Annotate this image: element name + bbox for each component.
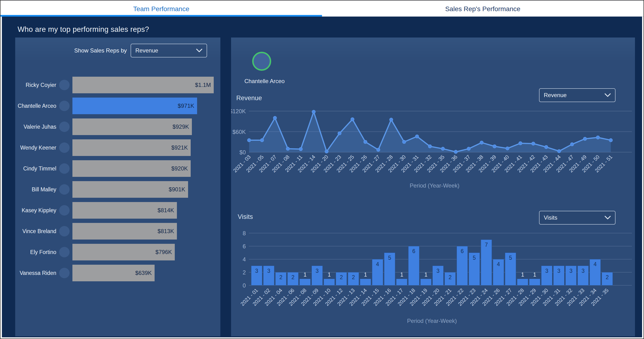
rep-row[interactable]: Vanessa Riden$639K (15, 262, 220, 284)
rep-avatar[interactable] (59, 184, 70, 195)
rep-value-label: $1.1M (195, 82, 211, 88)
bar-value-label: 1 (328, 272, 331, 278)
revenue-data-point[interactable] (583, 137, 586, 140)
top-reps-panel: Show Sales Reps by Revenue Ricky Coyier$… (15, 38, 220, 336)
rep-value-bar[interactable]: $639K (72, 265, 154, 281)
rep-row[interactable]: Valerie Juhas$929K (15, 116, 220, 137)
bar-value-label: 5 (473, 255, 476, 261)
rep-avatar[interactable] (59, 268, 70, 278)
revenue-data-point[interactable] (596, 136, 600, 139)
rep-avatar[interactable] (59, 247, 70, 257)
rep-value-bar[interactable]: $971K (72, 98, 197, 114)
revenue-data-point[interactable] (286, 147, 290, 150)
rep-avatar[interactable] (59, 122, 70, 132)
bar-value-label: 3 (316, 268, 319, 274)
visits-bar[interactable] (529, 279, 540, 286)
rep-name: Vanessa Riden (15, 270, 59, 276)
rep-row[interactable]: Ely Fortino$796K (15, 242, 220, 262)
rep-detail-panel: Chantelle Arceo Revenue Revenue $120K$60… (231, 38, 635, 336)
rep-avatar[interactable] (59, 101, 70, 111)
revenue-data-point[interactable] (299, 148, 302, 151)
rep-value-label: $920K (172, 165, 188, 172)
rep-row[interactable]: Bill Malley$901K (15, 179, 220, 200)
revenue-data-point[interactable] (480, 141, 483, 144)
rep-value-label: $971K (178, 102, 194, 109)
visits-bar[interactable] (420, 279, 432, 286)
rep-avatar[interactable] (59, 80, 70, 90)
visits-bar[interactable] (300, 279, 310, 286)
revenue-data-point[interactable] (248, 139, 251, 142)
bar-value-label: 1 (533, 272, 536, 278)
selected-rep-name: Chantelle Arceo (244, 78, 284, 84)
rep-value-bar[interactable]: $901K (72, 181, 188, 198)
visits-bar[interactable] (396, 279, 407, 286)
bar-value-label: 6 (412, 248, 415, 254)
revenue-data-point[interactable] (506, 147, 509, 150)
revenue-data-point[interactable] (558, 150, 561, 153)
tab-team-performance[interactable]: Team Performance (0, 1, 322, 16)
revenue-data-point[interactable] (351, 118, 354, 121)
revenue-data-point[interactable] (609, 139, 612, 142)
rep-value-bar[interactable]: $796K (72, 244, 175, 260)
revenue-data-point[interactable] (518, 142, 522, 145)
rep-value-bar[interactable]: $921K (72, 139, 191, 156)
visits-metric-dropdown[interactable]: Visits (539, 211, 616, 224)
revenue-data-point[interactable] (570, 143, 574, 146)
revenue-data-point[interactable] (532, 142, 535, 145)
revenue-data-point[interactable] (454, 150, 457, 154)
selected-rep-avatar[interactable] (252, 52, 271, 71)
bar-value-label: 4 (497, 261, 500, 267)
chevron-down-icon (604, 93, 611, 97)
revenue-data-point[interactable] (338, 132, 341, 135)
rep-value-bar[interactable]: $814K (72, 202, 177, 219)
rep-value-bar[interactable]: $929K (72, 118, 192, 135)
revenue-data-point[interactable] (467, 147, 470, 150)
visits-bar[interactable] (360, 279, 371, 286)
revenue-data-point[interactable] (325, 150, 328, 153)
rep-value-bar[interactable]: $1.1M (72, 77, 214, 93)
revenue-data-point[interactable] (312, 110, 315, 114)
revenue-data-point[interactable] (390, 118, 393, 121)
tab-sales-rep-performance[interactable]: Sales Rep's Performance (322, 1, 644, 16)
rep-row[interactable]: Cindy Timmel$920K (15, 158, 220, 179)
revenue-data-point[interactable] (428, 144, 432, 148)
rep-avatar[interactable] (59, 205, 70, 216)
bar-value-label: 3 (268, 268, 270, 274)
revenue-data-point[interactable] (364, 140, 367, 144)
rep-name: Vince Breland (15, 228, 59, 234)
rep-row[interactable]: Chantelle Arceo$971K (15, 96, 220, 116)
revenue-data-point[interactable] (544, 145, 548, 148)
visits-bar[interactable] (324, 279, 334, 286)
show-reps-by-dropdown[interactable]: Revenue (130, 44, 207, 58)
rep-avatar[interactable] (59, 163, 70, 174)
rep-avatar[interactable] (59, 226, 70, 236)
rep-row[interactable]: Wendy Keener$921K (15, 137, 220, 158)
bar-value-label: 1 (364, 272, 367, 278)
revenue-data-point[interactable] (493, 144, 496, 148)
bar-value-label: 4 (594, 261, 597, 267)
rep-name: Ely Fortino (15, 249, 59, 256)
rep-value-bar[interactable]: $813K (72, 223, 177, 240)
revenue-data-point[interactable] (402, 140, 406, 144)
revenue-section-title: Revenue (236, 94, 262, 102)
rep-avatar[interactable] (59, 142, 70, 153)
visits-bar[interactable] (517, 279, 528, 286)
y-axis-tick-label: $60K (232, 129, 246, 135)
rep-row[interactable]: Ricky Coyier$1.1M (15, 74, 220, 96)
revenue-data-point[interactable] (441, 147, 444, 150)
rep-row[interactable]: Vince Breland$813K (15, 221, 220, 242)
bar-value-label: 6 (461, 248, 464, 254)
y-axis-tick-label: 0 (243, 282, 246, 289)
bar-value-label: 3 (545, 268, 548, 274)
rep-list: Ricky Coyier$1.1MChantelle Arceo$971KVal… (15, 74, 220, 284)
bar-value-label: 2 (448, 274, 452, 280)
revenue-data-point[interactable] (273, 116, 277, 120)
revenue-data-point[interactable] (260, 139, 264, 142)
revenue-data-point[interactable] (415, 135, 419, 138)
visits-section-title: Visits (238, 213, 253, 220)
chevron-down-icon (196, 49, 202, 52)
rep-row[interactable]: Kasey Kippley$814K (15, 200, 220, 221)
revenue-data-point[interactable] (376, 148, 380, 152)
rep-value-bar[interactable]: $920K (72, 160, 191, 177)
revenue-metric-dropdown[interactable]: Revenue (539, 88, 616, 102)
